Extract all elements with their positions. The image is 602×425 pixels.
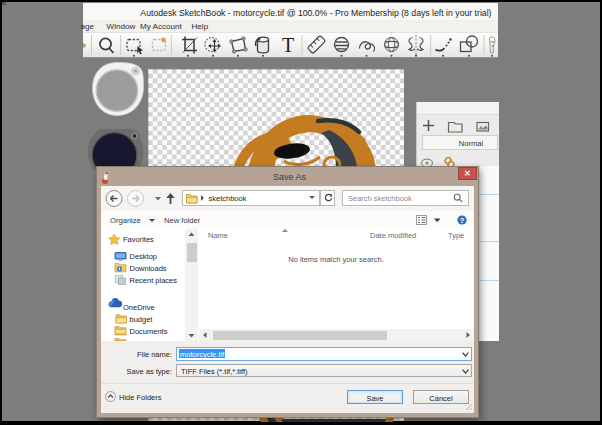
- svg-text:T: T: [282, 34, 294, 56]
- svg-text:?: ?: [460, 215, 465, 224]
